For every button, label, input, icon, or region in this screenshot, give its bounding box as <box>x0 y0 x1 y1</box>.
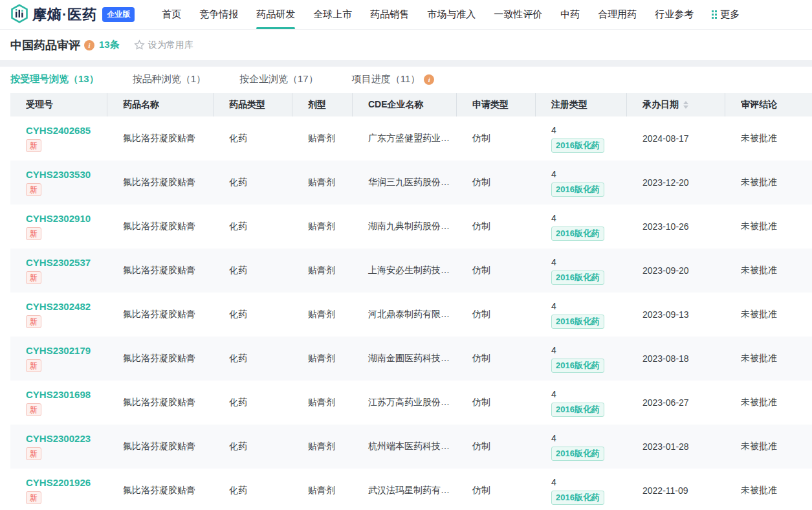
new-badge: 新 <box>26 315 41 328</box>
table-row: CYHS2302179 新 氟比洛芬凝胶贴膏 化药 贴膏剂 湖南金圃医药科技… … <box>10 337 812 381</box>
tab-按品种浏览（1）[interactable]: 按品种浏览（1） <box>133 73 206 85</box>
acceptance-number-link[interactable]: CYHS2303530 <box>26 169 91 180</box>
acceptance-number-link[interactable]: CYHS2201926 <box>26 477 91 488</box>
dosage-form-cell: 贴膏剂 <box>292 469 353 510</box>
info-circle-icon[interactable]: i <box>424 74 434 85</box>
registration-tag-badge: 2016版化药 <box>551 491 604 505</box>
dosage-form-cell: 贴膏剂 <box>292 161 353 205</box>
nav-item-首页[interactable]: 首页 <box>162 0 181 29</box>
sort-carets-icon[interactable] <box>683 101 688 109</box>
nav-item-行业参考[interactable]: 行业参考 <box>655 0 694 29</box>
star-outline-icon <box>134 39 145 50</box>
conclusion-cell: 未被批准 <box>725 425 812 469</box>
nav-more-button[interactable]: 更多 <box>712 0 740 29</box>
new-badge: 新 <box>26 271 41 284</box>
page-title-bar: 中国药品审评 i 13条 设为常用库 <box>0 30 812 60</box>
section-divider <box>0 60 812 67</box>
registration-class: 4 <box>551 213 556 223</box>
nav-item-一致性评价[interactable]: 一致性评价 <box>494 0 542 29</box>
acceptance-number-link[interactable]: CYHS2300223 <box>26 433 91 444</box>
acceptance-number-link[interactable]: CYHS2302482 <box>26 301 91 312</box>
registration-tag-badge: 2016版化药 <box>551 183 604 197</box>
drug-name-cell: 氟比洛芬凝胶贴膏 <box>107 161 214 205</box>
drug-type-cell: 化药 <box>214 161 292 205</box>
info-circle-icon[interactable]: i <box>84 40 94 50</box>
acceptance-number-link[interactable]: CYHS2302537 <box>26 257 91 268</box>
application-type-cell: 仿制 <box>457 469 536 510</box>
conclusion-cell: 未被批准 <box>725 469 812 510</box>
application-type-cell: 仿制 <box>457 337 536 381</box>
drug-name-cell: 氟比洛芬凝胶贴膏 <box>107 205 214 249</box>
registration-class: 4 <box>551 301 556 311</box>
application-type-cell: 仿制 <box>457 381 536 425</box>
drug-type-cell: 化药 <box>214 425 292 469</box>
acceptance-number-link[interactable]: CYHS2302910 <box>26 213 91 224</box>
brand-logo[interactable]: 摩熵·医药 企业版 <box>10 4 135 26</box>
conclusion-cell: 未被批准 <box>725 161 812 205</box>
registration-class: 4 <box>551 169 556 179</box>
new-badge: 新 <box>26 403 41 416</box>
company-cell: 河北鼎泰制药有限… <box>353 293 457 337</box>
date-cell: 2023-09-20 <box>627 249 725 293</box>
table-row: CYHS2201926 新 氟比洛芬凝胶贴膏 化药 贴膏剂 武汉法玛星制药有… … <box>10 469 812 510</box>
registration-tag-badge: 2016版化药 <box>551 227 604 241</box>
table-row: CYHS2402685 新 氟比洛芬凝胶贴膏 化药 贴膏剂 广东方盛健盟药业… … <box>10 116 812 161</box>
acceptance-number-link[interactable]: CYHS2302179 <box>26 345 91 356</box>
company-cell: 江苏万高药业股份… <box>353 381 457 425</box>
date-cell: 2023-06-27 <box>627 381 725 425</box>
dosage-form-cell: 贴膏剂 <box>292 205 353 249</box>
col-header-registration-type: 注册类型 <box>536 93 627 116</box>
application-type-cell: 仿制 <box>457 205 536 249</box>
registration-tag-badge: 2016版化药 <box>551 271 604 285</box>
main-nav: 首页 竞争情报 药品研发 全球上市 药品销售 市场与准入 一致性评价 中药 合理… <box>162 0 740 29</box>
table-body: CYHS2402685 新 氟比洛芬凝胶贴膏 化药 贴膏剂 广东方盛健盟药业… … <box>10 116 812 510</box>
dosage-form-cell: 贴膏剂 <box>292 293 353 337</box>
new-badge: 新 <box>26 447 41 460</box>
table-row: CYHS2302537 新 氟比洛芬凝胶贴膏 化药 贴膏剂 上海安必生制药技… … <box>10 249 812 293</box>
col-header-company: CDE企业名称 <box>353 93 457 116</box>
top-navbar: 摩熵·医药 企业版 首页 竞争情报 药品研发 全球上市 药品销售 市场与准入 一… <box>0 0 812 30</box>
drug-type-cell: 化药 <box>214 469 292 510</box>
view-tabs: 按受理号浏览（13） 按品种浏览（1） 按企业浏览（17） 项目进度（11） i <box>0 67 812 92</box>
nav-item-全球上市[interactable]: 全球上市 <box>313 0 352 29</box>
conclusion-cell: 未被批准 <box>725 337 812 381</box>
dosage-form-cell: 贴膏剂 <box>292 381 353 425</box>
nav-item-合理用药[interactable]: 合理用药 <box>598 0 637 29</box>
drug-type-cell: 化药 <box>214 205 292 249</box>
acceptance-number-link[interactable]: CYHS2301698 <box>26 389 91 400</box>
new-badge: 新 <box>26 359 41 372</box>
drug-type-cell: 化药 <box>214 381 292 425</box>
date-cell: 2023-10-26 <box>627 205 725 249</box>
col-header-date: 承办日期 <box>627 93 725 116</box>
date-cell: 2023-12-20 <box>627 161 725 205</box>
nav-item-中药[interactable]: 中药 <box>560 0 580 29</box>
nav-item-竞争情报[interactable]: 竞争情报 <box>199 0 238 29</box>
review-table: 受理号 药品名称 药品类型 剂型 CDE企业名称 申请类型 注册类型 承办日期 … <box>10 93 812 510</box>
nav-item-市场与准入[interactable]: 市场与准入 <box>427 0 476 29</box>
conclusion-cell: 未被批准 <box>725 205 812 249</box>
conclusion-cell: 未被批准 <box>725 116 812 161</box>
registration-class: 4 <box>551 125 556 135</box>
tab-项目进度（11）[interactable]: 项目进度（11） i <box>352 73 435 85</box>
drug-name-cell: 氟比洛芬凝胶贴膏 <box>107 337 214 381</box>
drug-name-cell: 氟比洛芬凝胶贴膏 <box>107 249 214 293</box>
tab-按受理号浏览（13）[interactable]: 按受理号浏览（13） <box>10 73 99 85</box>
nav-item-药品销售[interactable]: 药品销售 <box>370 0 409 29</box>
drug-name-cell: 氟比洛芬凝胶贴膏 <box>107 116 214 161</box>
nav-item-药品研发[interactable]: 药品研发 <box>256 0 295 29</box>
drug-name-cell: 氟比洛芬凝胶贴膏 <box>107 293 214 337</box>
date-cell: 2023-09-13 <box>627 293 725 337</box>
result-count: 13条 <box>99 39 120 51</box>
company-cell: 湖南九典制药股份… <box>353 205 457 249</box>
application-type-cell: 仿制 <box>457 161 536 205</box>
dosage-form-cell: 贴膏剂 <box>292 116 353 161</box>
table-row: CYHS2302482 新 氟比洛芬凝胶贴膏 化药 贴膏剂 河北鼎泰制药有限… … <box>10 293 812 337</box>
registration-class: 4 <box>551 433 556 443</box>
conclusion-cell: 未被批准 <box>725 249 812 293</box>
grid-dots-icon <box>712 10 717 19</box>
tab-按企业浏览（17）[interactable]: 按企业浏览（17） <box>239 73 318 85</box>
drug-name-cell: 氟比洛芬凝胶贴膏 <box>107 425 214 469</box>
set-favorite-label: 设为常用库 <box>148 39 193 51</box>
acceptance-number-link[interactable]: CYHS2402685 <box>26 125 91 136</box>
set-favorite-button[interactable]: 设为常用库 <box>134 39 193 51</box>
